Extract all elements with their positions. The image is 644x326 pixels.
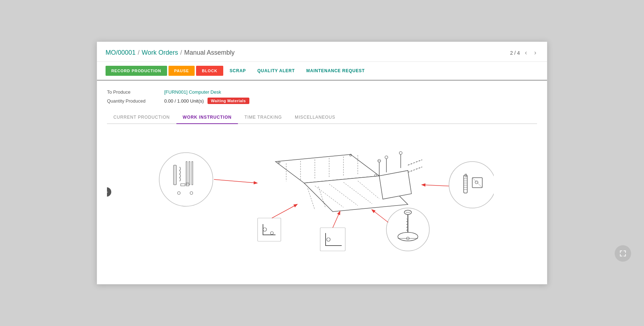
quantity-row: Quantity Produced 0.00 / 1.000 Unit(s) W…	[107, 98, 537, 104]
svg-line-39	[408, 167, 422, 172]
nav-next-button[interactable]: ›	[532, 48, 538, 57]
breadcrumb-sep1: /	[138, 49, 140, 56]
info-section: To Produce [FURN001] Computer Desk Quant…	[107, 89, 537, 104]
svg-rect-53	[258, 218, 281, 241]
quantity-value: 0.00 / 1.000 Unit(s)	[164, 98, 204, 104]
quality-alert-button[interactable]: QUALITY ALERT	[252, 65, 300, 76]
header: MO/00001 / Work Orders / Manual Assembly…	[97, 42, 547, 62]
svg-line-59	[333, 212, 340, 228]
svg-line-58	[272, 204, 297, 218]
breadcrumb-work-orders[interactable]: Work Orders	[142, 49, 178, 56]
svg-line-67	[372, 210, 388, 222]
fullscreen-float-button[interactable]	[615, 245, 631, 262]
scrap-button[interactable]: SCRAP	[225, 65, 251, 76]
main-window: MO/00001 / Work Orders / Manual Assembly…	[97, 41, 547, 285]
block-button[interactable]: BLOCK	[196, 66, 223, 76]
breadcrumb-mo[interactable]: MO/00001	[106, 49, 136, 56]
tab-current-production[interactable]: CURRENT PRODUCTION	[107, 111, 176, 124]
svg-line-10	[214, 179, 257, 183]
svg-line-38	[408, 160, 422, 165]
tab-miscellaneous[interactable]: MISCELLANEOUS	[288, 111, 342, 124]
breadcrumb: MO/00001 / Work Orders / Manual Assembly	[106, 49, 235, 56]
svg-point-41	[449, 162, 494, 208]
tabs: CURRENT PRODUCTION WORK INSTRUCTION TIME…	[107, 111, 537, 124]
nav-pager: 2 / 4	[510, 50, 520, 56]
record-production-button[interactable]: RECORD PRODUCTION	[106, 66, 167, 76]
breadcrumb-page: Manual Assembly	[184, 49, 235, 56]
tab-work-instruction[interactable]: WORK INSTRUCTION	[176, 111, 238, 124]
pause-button[interactable]: PAUSE	[169, 66, 195, 76]
instruction-area: −	[107, 124, 537, 260]
svg-marker-25	[379, 171, 411, 199]
waiting-materials-badge: Waiting Materials	[208, 98, 250, 104]
nav-controls: 2 / 4 ‹ ›	[510, 48, 538, 57]
quantity-label: Quantity Produced	[107, 98, 164, 104]
to-produce-label: To Produce	[107, 89, 164, 95]
fullscreen-icon	[619, 250, 627, 257]
svg-rect-56	[320, 228, 345, 251]
to-produce-value[interactable]: [FURN001] Computer Desk	[164, 89, 221, 95]
toolbar: RECORD PRODUCTION PAUSE BLOCK SCRAP QUAL…	[97, 62, 547, 81]
svg-point-64	[398, 232, 418, 241]
tab-time-tracking[interactable]: TIME TRACKING	[238, 111, 288, 124]
svg-point-35	[385, 156, 388, 159]
nav-prev-button[interactable]: ‹	[523, 48, 529, 57]
svg-point-37	[399, 152, 402, 154]
to-produce-row: To Produce [FURN001] Computer Desk	[107, 89, 537, 95]
content-area: To Produce [FURN001] Computer Desk Quant…	[97, 81, 547, 260]
breadcrumb-sep2: /	[180, 49, 182, 56]
maintenance-request-button[interactable]: MAINTENANCE REQUEST	[301, 65, 370, 76]
assembly-diagram	[150, 131, 494, 253]
side-toggle-button[interactable]: −	[107, 187, 111, 197]
